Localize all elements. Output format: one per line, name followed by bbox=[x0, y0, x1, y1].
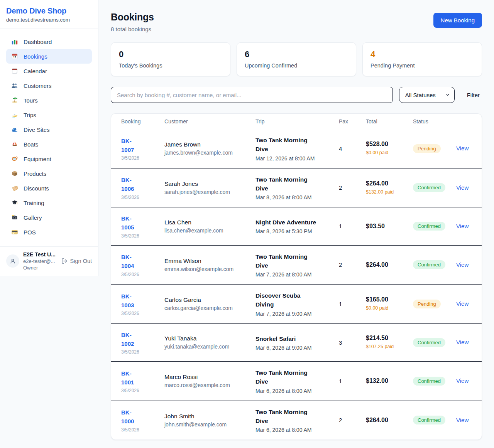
customer-email: marco.rossi@example.com bbox=[164, 382, 255, 388]
paid-amount: $107.25 paid bbox=[366, 343, 401, 350]
sidebar-item-gallery[interactable]: Gallery bbox=[6, 210, 92, 225]
sidebar-item-label: Dashboard bbox=[24, 39, 52, 45]
customer-email: sarah.jones@example.com bbox=[164, 189, 255, 195]
customer-name: John Smith bbox=[164, 413, 255, 420]
view-link[interactable]: View bbox=[456, 145, 469, 152]
stat-value: 0 bbox=[119, 49, 222, 59]
sidebar-item-calendar[interactable]: Calendar bbox=[6, 64, 92, 78]
sidebar-item-label: Bookings bbox=[24, 53, 47, 60]
stat-label: Upcoming Confirmed bbox=[245, 62, 348, 69]
sidebar-item-tours[interactable]: Tours bbox=[6, 93, 92, 108]
total-amount: $93.50 bbox=[366, 223, 413, 230]
status-badge: Confirmed bbox=[413, 222, 445, 231]
sidebar-item-label: POS bbox=[24, 229, 36, 236]
wave-icon bbox=[11, 126, 19, 133]
sidebar-item-customers[interactable]: Customers bbox=[6, 78, 92, 93]
table-row: BK-1007 3/5/2026 James Brown james.brown… bbox=[111, 129, 482, 168]
status-badge: Pending bbox=[413, 144, 441, 153]
filter-button[interactable]: Filter bbox=[465, 92, 482, 98]
view-link[interactable]: View bbox=[456, 339, 469, 345]
people-icon bbox=[11, 82, 19, 89]
status-badge: Confirmed bbox=[413, 338, 445, 347]
credit-card-icon bbox=[11, 229, 19, 236]
booking-link[interactable]: BK-1006 bbox=[121, 175, 144, 194]
booking-link[interactable]: BK-1002 bbox=[121, 330, 144, 349]
booking-link[interactable]: BK-1000 bbox=[121, 408, 144, 426]
trip-name: Discover Scuba Diving bbox=[255, 291, 319, 309]
sidebar-item-pos[interactable]: POS bbox=[6, 225, 92, 239]
status-filter-select[interactable]: All Statuses bbox=[399, 87, 455, 103]
sidebar-item-boats[interactable]: Boats bbox=[6, 137, 92, 152]
tag-icon bbox=[11, 185, 19, 192]
status-badge: Confirmed bbox=[413, 377, 445, 386]
shop-name: Demo Dive Shop bbox=[6, 7, 92, 15]
view-link[interactable]: View bbox=[456, 417, 469, 423]
booking-link[interactable]: BK-1005 bbox=[121, 214, 144, 232]
view-link[interactable]: View bbox=[456, 223, 469, 229]
column-header-status: Status bbox=[413, 118, 456, 125]
customer-name: Carlos Garcia bbox=[164, 296, 255, 303]
customer-name: James Brown bbox=[164, 141, 255, 148]
sidebar-item-bookings[interactable]: 17 Bookings bbox=[6, 49, 92, 64]
sidebar-item-equipment[interactable]: Equipment bbox=[6, 152, 92, 166]
stat-label: Today's Bookings bbox=[119, 62, 222, 69]
sidebar-item-label: Training bbox=[24, 200, 44, 206]
total-amount: $214.50 bbox=[366, 335, 413, 342]
table-row: BK-1003 3/5/2026 Carlos Garcia carlos.ga… bbox=[111, 285, 482, 324]
booking-date: 3/5/2026 bbox=[121, 233, 164, 239]
column-header-customer: Customer bbox=[164, 118, 255, 125]
sidebar-item-label: Calendar bbox=[24, 68, 47, 74]
stat-value: 4 bbox=[370, 49, 474, 59]
status-badge: Confirmed bbox=[413, 260, 445, 269]
pax-value: 1 bbox=[339, 301, 366, 307]
sidebar-item-label: Products bbox=[24, 170, 46, 177]
sidebar-item-training[interactable]: Training bbox=[6, 195, 92, 210]
total-amount: $528.00 bbox=[366, 141, 413, 148]
sidebar-item-dive-sites[interactable]: Dive Sites bbox=[6, 122, 92, 137]
column-header-booking: Booking bbox=[121, 118, 164, 125]
stat-card-todays-bookings: 0 Today's Bookings bbox=[111, 42, 230, 76]
trip-datetime: Mar 6, 2026 at 8:00 AM bbox=[255, 388, 339, 394]
sidebar-item-dashboard[interactable]: Dashboard bbox=[6, 34, 92, 49]
speedboat-icon bbox=[11, 111, 19, 118]
view-link[interactable]: View bbox=[456, 300, 469, 307]
trip-name: Two Tank Morning Dive bbox=[255, 175, 319, 193]
view-link[interactable]: View bbox=[456, 377, 469, 384]
graduation-cap-icon bbox=[11, 199, 19, 206]
column-header-pax: Pax bbox=[339, 118, 366, 125]
view-link[interactable]: View bbox=[456, 184, 469, 191]
pax-value: 2 bbox=[339, 184, 366, 191]
tear-off-calendar-icon bbox=[11, 67, 19, 74]
booking-link[interactable]: BK-1003 bbox=[121, 292, 144, 310]
status-badge: Confirmed bbox=[413, 183, 445, 192]
booking-link[interactable]: BK-1007 bbox=[121, 136, 144, 155]
table-row: BK-1004 3/5/2026 Emma Wilson emma.wilson… bbox=[111, 246, 482, 285]
booking-link[interactable]: BK-1001 bbox=[121, 369, 144, 387]
sidebar-item-trips[interactable]: Trips bbox=[6, 108, 92, 122]
stat-value: 6 bbox=[245, 49, 348, 59]
stat-label: Pending Payment bbox=[370, 62, 474, 69]
sidebar-item-discounts[interactable]: Discounts bbox=[6, 181, 92, 195]
avatar bbox=[6, 254, 19, 268]
search-input[interactable] bbox=[111, 87, 393, 103]
sign-out-button[interactable]: Sign Out bbox=[61, 258, 92, 264]
customer-email: lisa.chen@example.com bbox=[164, 227, 255, 234]
booking-date: 3/5/2026 bbox=[121, 272, 164, 277]
trip-datetime: Mar 12, 2026 at 8:00 AM bbox=[255, 155, 339, 162]
new-booking-button[interactable]: New Booking bbox=[433, 13, 482, 28]
customer-name: Yuki Tanaka bbox=[164, 335, 255, 342]
logout-icon bbox=[61, 258, 68, 264]
user-email: e2e-tester@... bbox=[23, 258, 58, 264]
trip-datetime: Mar 8, 2026 at 8:00 AM bbox=[255, 194, 339, 200]
sidebar-item-products[interactable]: Products bbox=[6, 166, 92, 181]
sidebar-item-label: Customers bbox=[24, 83, 52, 89]
paid-amount: $0.00 paid bbox=[366, 305, 401, 312]
sailboat-icon bbox=[11, 141, 19, 148]
total-amount: $264.00 bbox=[366, 261, 413, 268]
booking-link[interactable]: BK-1004 bbox=[121, 253, 144, 271]
person-icon bbox=[9, 258, 16, 264]
view-link[interactable]: View bbox=[456, 261, 469, 268]
pax-value: 4 bbox=[339, 145, 366, 152]
customer-email: james.brown@example.com bbox=[164, 150, 255, 156]
table-row: BK-1006 3/5/2026 Sarah Jones sarah.jones… bbox=[111, 168, 482, 208]
